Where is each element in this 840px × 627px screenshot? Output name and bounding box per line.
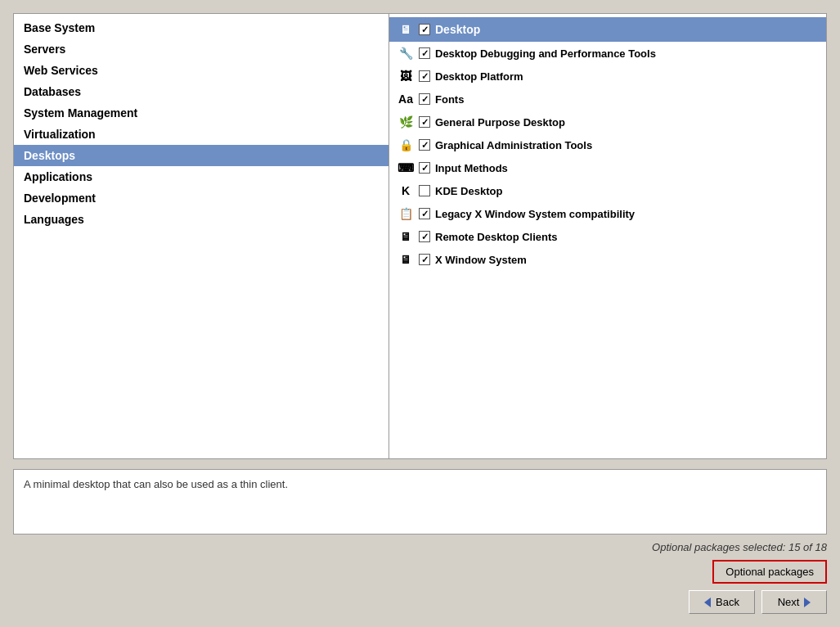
package-icon: ⌨: [398, 160, 414, 176]
desktop-group-icon: 🖥: [398, 21, 414, 38]
sidebar-item-languages[interactable]: Languages: [14, 209, 389, 230]
package-group-header: 🖥Desktop: [389, 17, 826, 42]
sidebar-item-applications[interactable]: Applications: [14, 166, 389, 187]
next-label: Next: [778, 596, 800, 608]
package-icon: 🔧: [398, 45, 414, 61]
package-icon: 🖥: [398, 251, 414, 268]
description-box: A minimal desktop that can also be used …: [13, 469, 827, 535]
next-button[interactable]: Next: [761, 590, 827, 614]
package-icon: K: [398, 183, 414, 199]
package-icon: Aa: [398, 91, 414, 107]
package-checkbox[interactable]: [419, 47, 430, 59]
package-item-remote-desktop-clients[interactable]: 🖥Remote Desktop Clients: [389, 225, 826, 248]
package-icon: 🌿: [398, 114, 414, 130]
package-label: Legacy X Window System compatibility: [435, 208, 635, 220]
package-checkbox[interactable]: [419, 254, 430, 265]
package-label: General Purpose Desktop: [435, 116, 565, 129]
package-label: Desktop Platform: [435, 70, 523, 83]
sidebar-item-web-services[interactable]: Web Services: [14, 60, 389, 81]
package-item-desktop-platform[interactable]: 🖼Desktop Platform: [389, 65, 826, 88]
package-checkbox[interactable]: [419, 231, 430, 242]
package-checkbox[interactable]: [419, 116, 430, 128]
desktop-group-checkbox[interactable]: [419, 24, 430, 35]
package-label: Remote Desktop Clients: [435, 231, 558, 243]
package-checkbox[interactable]: [419, 93, 430, 105]
sidebar-item-base-system[interactable]: Base System: [14, 17, 389, 38]
sidebar-item-development[interactable]: Development: [14, 187, 389, 209]
package-checkbox[interactable]: [419, 139, 430, 151]
package-icon: 🖥: [398, 228, 414, 245]
package-label: Input Methods: [435, 162, 508, 174]
back-button[interactable]: Back: [689, 590, 755, 614]
package-list[interactable]: 🖥Desktop🔧Desktop Debugging and Performan…: [389, 13, 827, 459]
package-label: Graphical Administration Tools: [435, 139, 592, 151]
category-list[interactable]: Base SystemServersWeb ServicesDatabasesS…: [13, 13, 389, 459]
sidebar-item-servers[interactable]: Servers: [14, 38, 389, 60]
back-arrow-icon: [704, 598, 711, 607]
package-checkbox[interactable]: [419, 70, 430, 82]
package-label: Desktop Debugging and Performance Tools: [435, 47, 656, 60]
sidebar-item-virtualization[interactable]: Virtualization: [14, 124, 389, 145]
description-text: A minimal desktop that can also be used …: [24, 478, 288, 490]
package-item-general-purpose-desktop[interactable]: 🌿General Purpose Desktop: [389, 111, 826, 133]
package-item-input-methods[interactable]: ⌨Input Methods: [389, 156, 826, 179]
package-checkbox[interactable]: [419, 185, 430, 196]
optional-count: Optional packages selected: 15 of 18: [652, 541, 827, 553]
next-arrow-icon: [804, 598, 811, 607]
package-item-desktop-debugging-and-performance-tools[interactable]: 🔧Desktop Debugging and Performance Tools: [389, 42, 826, 65]
desktop-group-label: Desktop: [435, 23, 480, 36]
package-icon: 🖼: [398, 68, 414, 84]
package-icon: 📋: [398, 205, 414, 222]
package-item-kde-desktop[interactable]: KKDE Desktop: [389, 179, 826, 202]
sidebar-item-databases[interactable]: Databases: [14, 81, 389, 102]
sidebar-item-desktops[interactable]: Desktops: [14, 145, 389, 166]
package-item-fonts[interactable]: AaFonts: [389, 88, 826, 111]
package-checkbox[interactable]: [419, 162, 430, 174]
sidebar-item-system-management[interactable]: System Management: [14, 102, 389, 124]
package-checkbox[interactable]: [419, 208, 430, 219]
package-label: KDE Desktop: [435, 185, 502, 197]
package-item-x-window-system[interactable]: 🖥X Window System: [389, 248, 826, 271]
package-item-legacy-x-window-system-compatibility[interactable]: 📋Legacy X Window System compatibility: [389, 202, 826, 225]
package-icon: 🔒: [398, 137, 414, 153]
package-label: Fonts: [435, 93, 464, 106]
back-label: Back: [716, 596, 739, 608]
package-label: X Window System: [435, 254, 527, 266]
optional-packages-button[interactable]: Optional packages: [712, 560, 827, 584]
package-item-graphical-administration-tools[interactable]: 🔒Graphical Administration Tools: [389, 133, 826, 156]
